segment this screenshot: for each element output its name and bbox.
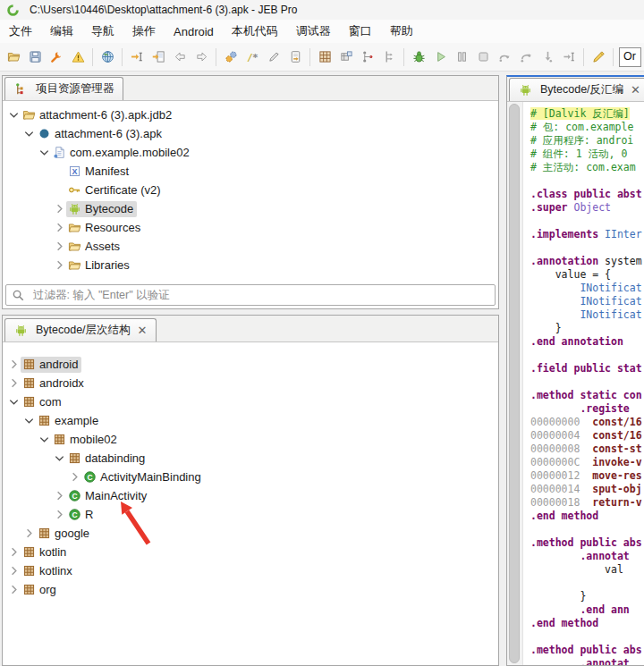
code-line: # 应用程序: androi <box>530 134 644 148</box>
tree-item-android[interactable]: android <box>3 355 498 374</box>
code-line <box>530 174 644 188</box>
tree-item-attachment-6-3-apk-jdb2[interactable]: attachment-6 (3).apk.jdb2 <box>3 105 498 124</box>
tree-item-resources[interactable]: Resources <box>3 218 498 237</box>
tree-item-label: Assets <box>85 240 120 253</box>
step-return-button[interactable] <box>515 46 537 68</box>
table-view-button[interactable] <box>314 46 335 68</box>
tree-item-androidx[interactable]: androidx <box>3 374 498 392</box>
tree-item-mainactivity[interactable]: CMainActivity <box>3 486 498 505</box>
filter-input[interactable]: 过滤器: 输入 "Enter" 以验证 <box>5 284 496 306</box>
menu-item-0[interactable]: 文件 <box>0 21 41 42</box>
flow-view-button[interactable] <box>378 46 400 68</box>
editor-marker-ruler <box>507 102 523 665</box>
expander-closed-icon[interactable] <box>52 508 66 522</box>
close-icon[interactable]: ✕ <box>138 325 148 336</box>
expander-closed-icon[interactable] <box>52 202 66 216</box>
menu-item-6[interactable]: 调试器 <box>287 21 340 42</box>
save-button[interactable] <box>24 46 46 68</box>
tree-item-mobile02[interactable]: mobile02 <box>3 430 498 449</box>
open-folder-button[interactable] <box>3 46 24 68</box>
tree-item-label: attachment-6 (3).apk <box>55 127 162 140</box>
tab-bytecode-hierarchy[interactable]: Bytecode/层次结构 ✕ <box>4 318 157 341</box>
tree-item-certificate-v2[interactable]: Certificate (v2) <box>3 181 498 199</box>
tree-item-databinding[interactable]: databinding <box>3 449 498 468</box>
globe-button[interactable] <box>97 46 118 68</box>
convert-document-button[interactable] <box>284 46 306 68</box>
tab-bytecode-disassembly[interactable]: Bytecode/反汇编 ✕ <box>509 78 644 101</box>
step-into-button[interactable] <box>537 46 558 68</box>
tree-item-r[interactable]: CR <box>3 505 498 524</box>
expander-open-icon[interactable] <box>6 108 21 122</box>
classes-view-button[interactable] <box>335 46 357 68</box>
tree-item-kotlinx[interactable]: kotlinx <box>3 561 498 580</box>
tree-item-org[interactable]: org <box>3 580 498 599</box>
run-script-button[interactable] <box>220 46 242 68</box>
tree-item-manifest[interactable]: XManifest <box>3 162 498 181</box>
tree-item-google[interactable]: google <box>3 524 498 543</box>
tab-project-explorer[interactable]: 项目资源管理器 <box>4 77 123 100</box>
menu-item-2[interactable]: 导航 <box>82 21 123 42</box>
expander-closed-icon[interactable] <box>52 221 66 235</box>
toolbar-search-input[interactable]: Or <box>619 47 641 67</box>
comment-button[interactable]: /* <box>242 46 263 68</box>
tree-item-kotlin[interactable]: kotlin <box>3 543 498 561</box>
hierarchy-tabbar: Bytecode/层次结构 ✕ <box>3 316 498 342</box>
stop-button[interactable] <box>472 46 494 68</box>
expander-closed-icon[interactable] <box>52 258 66 273</box>
expander-closed-icon[interactable] <box>52 489 66 503</box>
goto-document-button[interactable] <box>148 46 169 68</box>
expander-closed-icon[interactable] <box>67 470 81 485</box>
step-over-button[interactable] <box>494 46 515 68</box>
menu-item-8[interactable]: 帮助 <box>381 21 422 42</box>
warning-button[interactable] <box>67 46 89 68</box>
tree-item-bytecode[interactable]: Bytecode <box>3 199 498 218</box>
back-button[interactable] <box>169 46 191 68</box>
run-to-line-button[interactable] <box>558 46 580 68</box>
goto-address-button[interactable] <box>126 46 148 68</box>
rename-button[interactable] <box>263 46 284 68</box>
menu-item-5[interactable]: 本机代码 <box>223 21 287 42</box>
expander-closed-icon[interactable] <box>6 376 21 391</box>
tree-item-assets[interactable]: Assets <box>3 237 498 256</box>
manifest-icon: X <box>67 164 81 179</box>
expander-open-icon[interactable] <box>21 414 36 428</box>
code-line: 00000014 sput-obj <box>530 483 644 496</box>
expander-open-icon[interactable] <box>37 433 51 447</box>
menu-item-7[interactable]: 窗口 <box>340 21 381 42</box>
forward-button[interactable] <box>191 46 212 68</box>
tree-item-activitymainbinding[interactable]: CActivityMainBinding <box>3 468 498 486</box>
tree-item-com[interactable]: com <box>3 392 498 411</box>
expander-open-icon[interactable] <box>37 146 51 160</box>
code-segment: } <box>530 590 586 603</box>
menu-item-4[interactable]: Android <box>165 22 223 41</box>
keygen-button[interactable] <box>588 46 609 68</box>
wrench-button[interactable] <box>46 46 67 68</box>
disassembly-code[interactable]: # [Dalvik 反汇编]# 包: com.example# 应用程序: an… <box>523 102 644 665</box>
tree-item-com-example-mobile02[interactable]: com.example.mobile02 <box>3 143 498 162</box>
close-icon[interactable]: ✕ <box>631 84 640 96</box>
tree-item-label: Bytecode <box>85 202 133 215</box>
scrollbar-thumb[interactable] <box>509 104 520 663</box>
debug-button[interactable] <box>408 46 429 68</box>
expander-closed-icon[interactable] <box>21 527 36 541</box>
code-segment: # 包: com.example <box>530 121 633 133</box>
expander-open-icon[interactable] <box>52 451 66 466</box>
expander-closed-icon[interactable] <box>6 564 21 578</box>
expander-closed-icon[interactable] <box>6 583 21 597</box>
tree-item-libraries[interactable]: Libraries <box>3 256 498 274</box>
code-line <box>530 375 644 389</box>
expander-open-icon[interactable] <box>6 395 21 409</box>
expander-open-icon[interactable] <box>21 127 36 141</box>
package-icon <box>67 451 81 466</box>
tree-item-attachment-6-3-apk[interactable]: attachment-6 (3).apk <box>3 124 498 143</box>
hierarchy-view-button[interactable] <box>357 46 378 68</box>
code-segment: # [Dalvik 反汇编] <box>530 107 630 120</box>
menu-item-1[interactable]: 编辑 <box>41 21 82 42</box>
expander-closed-icon[interactable] <box>52 240 66 254</box>
pause-button[interactable] <box>451 46 472 68</box>
run-button[interactable] <box>429 46 451 68</box>
tree-item-example[interactable]: example <box>3 411 498 430</box>
expander-closed-icon[interactable] <box>6 545 21 560</box>
menu-item-3[interactable]: 操作 <box>123 21 165 42</box>
expander-closed-icon[interactable] <box>6 358 21 372</box>
